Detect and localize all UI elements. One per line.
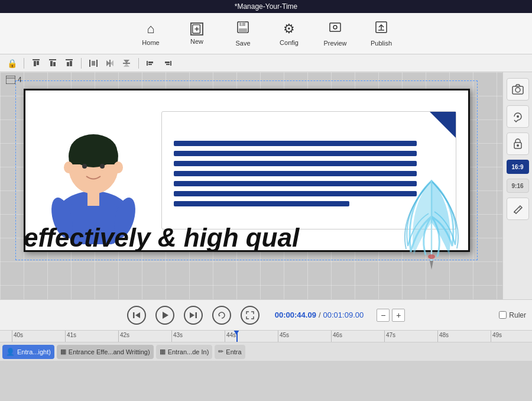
tick-47: 47s	[384, 331, 437, 342]
home-label: Home	[142, 39, 159, 46]
play-button[interactable]	[155, 306, 174, 325]
doc-corner	[430, 112, 456, 138]
svg-rect-22	[96, 60, 98, 67]
time-separator: /	[319, 311, 321, 319]
svg-rect-7	[330, 23, 340, 31]
title-bar: *Manage-Your-Time	[0, 0, 532, 13]
track-label-3: Entran...de In)	[168, 348, 209, 355]
svg-rect-5	[239, 28, 247, 33]
svg-rect-53	[133, 312, 135, 318]
svg-point-51	[517, 144, 519, 147]
svg-rect-28	[148, 64, 152, 65]
svg-point-40	[82, 164, 87, 169]
svg-rect-26	[147, 61, 148, 66]
toolbar-save[interactable]: Save	[229, 21, 257, 47]
camera-button[interactable]	[507, 78, 529, 101]
tick-46: 46s	[331, 331, 384, 342]
track-icon-4: ✏	[218, 348, 223, 355]
svg-rect-6	[241, 22, 242, 25]
feather-pen	[393, 169, 464, 264]
svg-line-52	[519, 207, 521, 209]
tick-43: 43s	[171, 331, 225, 342]
track-icon-2: ▦	[60, 348, 66, 355]
align-top-button[interactable]	[29, 56, 43, 70]
publish-icon	[375, 21, 388, 37]
timeline-ruler: 40s 41s 42s 43s 44s 45s 46s 47s 48s 49s	[0, 330, 532, 342]
align-right-button[interactable]	[160, 56, 174, 70]
tick-41: 41s	[65, 331, 118, 342]
ratio-16-9-button[interactable]: 16:9	[507, 160, 529, 174]
secondary-toolbar: 🔒	[0, 54, 532, 72]
ruler-label: Ruler	[509, 311, 526, 319]
doc-line-5	[174, 181, 417, 186]
doc-line-7	[174, 201, 349, 206]
config-icon: ⚙	[283, 21, 295, 37]
track-item-4[interactable]: ✏ Entra	[215, 345, 245, 359]
ruler-ticks: 40s 41s 42s 43s 44s 45s 46s 47s 48s 49s	[6, 331, 532, 342]
track-icon-3: ▦	[160, 348, 166, 355]
doc-line-4	[174, 171, 417, 176]
config-label: Config	[280, 39, 299, 46]
track-label-4: Entra	[226, 348, 241, 355]
playhead-arrow	[233, 330, 239, 335]
lock-button[interactable]: 🔒	[5, 56, 19, 70]
tick-44: 44s	[225, 331, 278, 342]
skip-forward-button[interactable]	[184, 306, 203, 325]
ruler-checkbox[interactable]	[499, 311, 507, 319]
zoom-in-button[interactable]: +	[392, 309, 405, 322]
zoom-out-button[interactable]: −	[377, 309, 390, 322]
lock-sidebar-button[interactable]	[507, 132, 529, 155]
save-icon	[236, 21, 249, 37]
flip-v-button[interactable]	[119, 56, 134, 70]
pencil-sidebar-button[interactable]	[507, 198, 529, 220]
track-item-3[interactable]: ▦ Entran...de In)	[156, 345, 213, 359]
canvas-wrapper[interactable]: 4	[0, 72, 502, 299]
toolbar-home[interactable]: ⌂ Home	[137, 21, 165, 46]
align-left-button[interactable]	[144, 56, 158, 70]
svg-rect-31	[166, 64, 170, 65]
svg-rect-12	[33, 59, 40, 60]
svg-rect-29	[170, 61, 171, 66]
toolbar-new[interactable]: New	[183, 22, 211, 45]
track-item-2[interactable]: ▦ Entrance Effe...and Writting)	[57, 345, 154, 359]
home-icon: ⌂	[147, 21, 154, 37]
track-label-1: Entra...ight)	[17, 348, 51, 355]
toolbar-config[interactable]: ⚙ Config	[275, 21, 303, 46]
separator-2	[81, 58, 82, 69]
playhead	[236, 331, 238, 342]
doc-line-1	[174, 141, 417, 146]
right-sidebar: 16:9 9:16	[502, 72, 532, 299]
svg-rect-15	[49, 59, 56, 60]
svg-rect-14	[37, 61, 39, 65]
toolbar-preview[interactable]: Preview	[321, 21, 349, 47]
person-figure	[37, 108, 150, 232]
ratio-9-16-button[interactable]: 9:16	[507, 179, 529, 193]
svg-rect-23	[92, 61, 95, 66]
distribute-h-button[interactable]	[86, 56, 100, 70]
separator-1	[24, 58, 24, 69]
save-label: Save	[235, 40, 250, 47]
rotate-button[interactable]	[507, 105, 529, 128]
svg-point-49	[517, 115, 519, 118]
track-item-1[interactable]: 👤 Entra...ight)	[2, 345, 54, 359]
app-title: *Manage-Your-Time	[235, 2, 298, 11]
toolbar-publish[interactable]: Publish	[367, 21, 395, 47]
skip-back-button[interactable]	[127, 306, 146, 325]
align-bottom-button[interactable]	[62, 56, 76, 70]
align-center-h-button[interactable]	[46, 56, 60, 70]
doc-line-6	[174, 191, 417, 196]
expand-button[interactable]	[241, 306, 259, 325]
svg-marker-54	[163, 312, 168, 319]
track-bar: 👤 Entra...ight) ▦ Entrance Effe...and Wr…	[0, 342, 532, 361]
svg-rect-13	[34, 61, 36, 66]
publish-label: Publish	[371, 40, 392, 47]
loop-button[interactable]	[212, 306, 231, 325]
tick-40: 40s	[12, 331, 65, 342]
track-label-2: Entrance Effe...and Writting)	[69, 348, 150, 355]
svg-rect-42	[87, 191, 99, 206]
track-icon-1: 👤	[6, 348, 15, 356]
tick-49: 49s	[491, 331, 532, 342]
flip-h-button[interactable]	[103, 56, 117, 70]
time-display-group: 00:00:44.09 / 00:01:09.00	[275, 311, 364, 319]
svg-point-46	[428, 254, 435, 259]
